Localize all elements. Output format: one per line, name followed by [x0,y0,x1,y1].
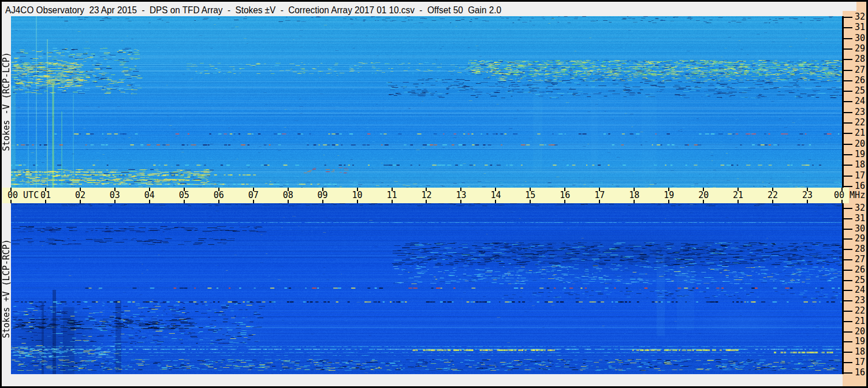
hour-label: 08 [283,191,293,200]
hour-label: 17 [594,191,605,200]
freq-label: 29 [855,44,865,53]
freq-tick [843,91,852,92]
bottom-strip [2,374,843,386]
freq-tick [843,70,852,71]
freq-tick [843,112,852,113]
freq-tick [843,321,852,322]
freq-tick [843,208,852,209]
freq-label: 18 [855,161,865,169]
freq-label: 24 [855,97,865,106]
freq-tick [843,133,852,134]
hour-label: 11 [387,191,397,200]
hour-label: 20 [698,191,709,200]
hour-label: 05 [179,191,189,200]
hour-label: 23 [802,191,813,200]
stokes-minus-v-label: Stokes -V (RCP-LCP) [2,52,11,151]
freq-label: 19 [855,150,865,159]
freq-tick [843,186,852,187]
time-label-end: 00 MHz [834,191,865,200]
title-bar-extension [843,2,856,11]
freq-tick [843,17,852,18]
freq-tick [843,290,852,291]
window-title: AJ4CO Observatory 23 Apr 2015 - DPS on T… [5,5,501,16]
freq-tick [843,229,852,230]
freq-tick [843,362,852,363]
freq-tick [843,372,852,374]
time-label-start: 00 UTC [8,191,39,200]
freq-label: 26 [855,266,865,274]
freq-label: 30 [855,225,865,233]
freq-label: 21 [855,129,865,137]
freq-tick [843,331,852,333]
freq-tick [843,259,852,260]
freq-tick [843,341,852,342]
freq-label: 25 [855,87,865,95]
freq-tick [843,38,852,39]
freq-label: 17 [855,358,865,367]
freq-tick [843,165,852,166]
spectrogram-top [11,16,842,188]
hour-label: 02 [75,191,85,200]
freq-tick [843,80,852,81]
freq-label: 32 [855,13,865,21]
freq-tick [843,27,852,28]
freq-label: 22 [855,118,865,127]
freq-tick [843,59,852,60]
hour-label: 19 [664,191,674,200]
freq-label: 21 [855,317,865,326]
hour-label: 21 [733,191,743,200]
freq-tick [843,176,852,177]
stokes-plus-v-label: Stokes +V (LCP-RCP) [2,239,11,338]
freq-tick [843,311,852,312]
freq-label: 31 [855,23,865,32]
freq-tick [843,280,852,281]
spectrograph-window: AJ4CO Observatory 23 Apr 2015 - DPS on T… [0,0,868,388]
freq-tick [843,270,852,271]
freq-tick [843,101,852,102]
freq-label: 25 [855,276,865,285]
freq-label: 31 [855,214,865,223]
freq-tick [843,249,852,250]
hour-label: 13 [456,191,466,200]
hour-label: 15 [525,191,535,200]
spectrogram-bottom [11,203,842,374]
freq-label: 19 [855,337,865,346]
freq-label: 24 [855,286,865,294]
freq-label: 27 [855,66,865,74]
freq-label: 32 [855,204,865,212]
freq-label: 30 [855,34,865,43]
hour-label: 09 [318,191,328,200]
hour-label: 18 [629,191,639,200]
freq-label: 29 [855,234,865,243]
freq-tick [843,144,852,145]
freq-label: 23 [855,296,865,305]
freq-label: 23 [855,108,865,117]
freq-label: 26 [855,76,865,85]
hour-label: 14 [490,191,501,200]
freq-tick [843,122,852,124]
hour-label: 03 [110,191,120,200]
freq-label: 20 [855,140,865,148]
hour-label: 07 [248,191,259,200]
hour-label: 22 [768,191,778,200]
freq-label: 28 [855,245,865,253]
freq-label: 16 [855,368,865,377]
freq-label: 20 [855,327,865,336]
title-bar: AJ4CO Observatory 23 Apr 2015 - DPS on T… [2,2,843,16]
freq-label: 16 [855,182,865,191]
hour-label: 04 [144,191,155,200]
freq-label: 28 [855,55,865,64]
freq-label: 27 [855,255,865,264]
hour-label: 06 [214,191,224,200]
time-axis: 00 UTC0102030405060708091011121314151617… [2,188,849,203]
freq-tick [843,300,852,301]
hour-label: 12 [421,191,431,200]
freq-label: 22 [855,307,865,315]
freq-tick [843,218,852,219]
freq-label: 18 [855,348,865,356]
hour-label: 10 [352,191,363,200]
freq-tick [843,154,852,155]
hour-label: 01 [40,191,51,200]
freq-label: 17 [855,171,865,180]
freq-tick [843,238,852,240]
